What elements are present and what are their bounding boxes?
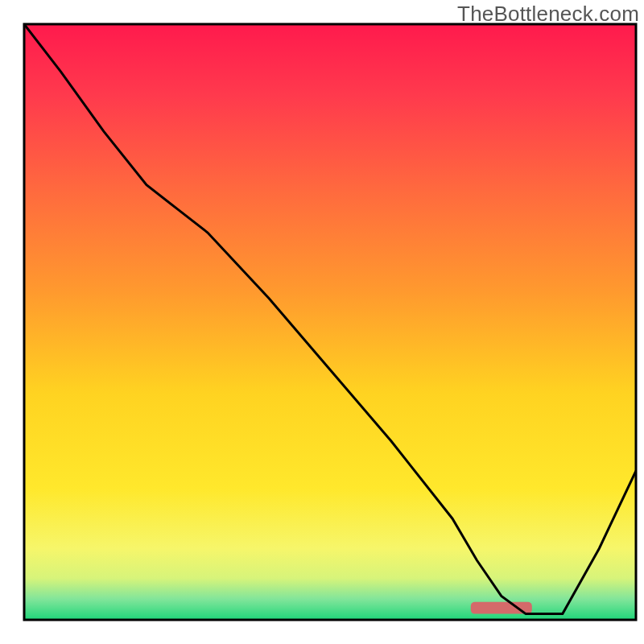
plot-area <box>24 24 636 620</box>
chart-container: TheBottleneck.com <box>0 0 644 644</box>
gradient-background <box>24 24 636 620</box>
chart-svg <box>0 0 644 644</box>
watermark-label: TheBottleneck.com <box>457 2 639 27</box>
